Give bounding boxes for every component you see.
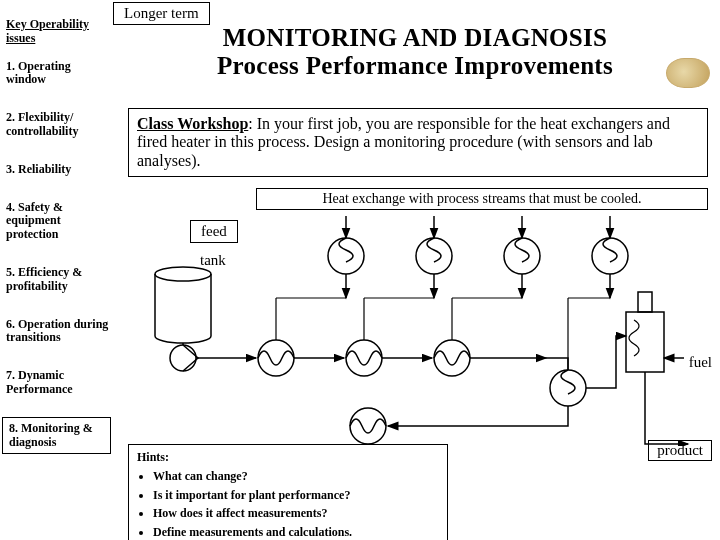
svg-point-4 [258,340,294,376]
hints-list: What can change? Is it important for pla… [137,468,439,540]
hints-box: Hints: What can change? Is it important … [128,444,448,540]
sidebar-item-1: 1. Operating window [0,56,115,92]
feed-label: feed [190,220,238,243]
sidebar-item-4: 4. Safety & equipment protection [0,197,115,246]
hint-2: Is it important for plant performance? [153,487,439,504]
svg-point-25 [504,238,540,274]
sidebar: Key Operability issues 1. Operating wind… [0,18,115,470]
fuel-label: fuel [689,354,712,371]
svg-point-11 [350,408,386,444]
sidebar-item-3: 3. Reliability [0,159,115,181]
product-label: product [648,440,712,461]
svg-point-0 [155,267,211,281]
sidebar-item-6: 6. Operation during transitions [0,314,115,350]
title-block: MONITORING AND DIAGNOSIS Process Perform… [160,24,670,80]
process-diagram: feed tank fuel product [128,186,710,446]
title-line1: MONITORING AND DIAGNOSIS [160,24,670,52]
svg-point-10 [550,370,586,406]
hints-title: Hints: [137,449,439,466]
svg-point-1 [170,345,196,371]
workshop-lead: Class Workshop [137,115,248,132]
tank-label: tank [200,252,226,269]
svg-rect-13 [638,292,652,312]
sidebar-item-2: 2. Flexibility/ controllability [0,107,115,143]
svg-point-8 [434,340,470,376]
hint-1: What can change? [153,468,439,485]
svg-point-20 [416,238,452,274]
sidebar-item-7: 7. Dynamic Performance [0,365,115,401]
svg-point-6 [346,340,382,376]
hint-4: Define measurements and calculations. [153,524,439,540]
snail-icon [666,58,710,88]
workshop-box: Class Workshop: In your first job, you a… [128,108,708,177]
hint-3: How does it affect measurements? [153,505,439,522]
longer-term-box: Longer term [113,2,210,25]
sidebar-heading: Key Operability issues [0,18,115,56]
sidebar-item-8-selected: 8. Monitoring & diagnosis [2,417,111,455]
sidebar-item-5: 5. Efficiency & profitability [0,262,115,298]
title-line2: Process Performance Improvements [160,52,670,80]
svg-point-15 [328,238,364,274]
svg-point-30 [592,238,628,274]
